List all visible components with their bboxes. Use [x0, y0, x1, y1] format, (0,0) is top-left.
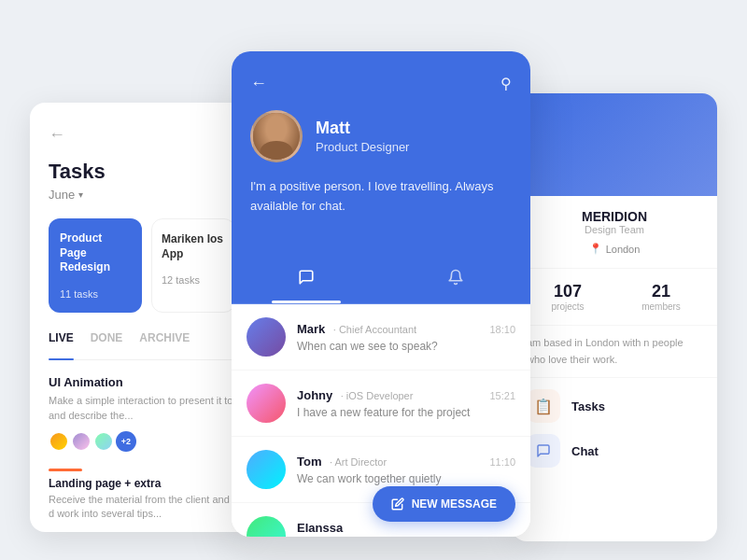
tasks-month-selector[interactable]: June ▾ — [49, 188, 235, 202]
message-body: Mark · Chief Accountant 18:10 When can w… — [297, 320, 515, 353]
tab-live[interactable]: LIVE — [49, 331, 74, 350]
stat-label: members — [620, 301, 702, 312]
meridion-stat-projects: 107 projects — [527, 282, 609, 312]
stat-number: 21 — [620, 282, 702, 301]
new-message-button[interactable]: NEW MESSAGE — [373, 486, 515, 522]
message-text: We can work together quietly — [297, 472, 515, 485]
message-time: 15:21 — [489, 390, 515, 401]
tab-done[interactable]: DONE — [91, 331, 123, 350]
stat-number: 107 — [527, 282, 609, 301]
chat-tab-messages[interactable] — [272, 261, 341, 303]
avatar — [49, 431, 69, 452]
meridion-card: MERIDION Design Team 📍 London 107 projec… — [512, 93, 717, 541]
chat-action-tabs — [232, 246, 530, 304]
tasks-month-label: June — [49, 188, 75, 202]
meridion-stat-members: 21 members — [620, 282, 702, 312]
message-sender: Elanssa — [297, 521, 343, 535]
chat-header: ← ⚲ Matt Product Designer I'm a positive… — [232, 51, 530, 246]
chat-back-button[interactable]: ← — [250, 74, 267, 93]
meridion-description: am based in London with n people who lov… — [512, 326, 717, 378]
meridion-location: 📍 London — [527, 243, 702, 255]
task-card-count: 12 tasks — [162, 274, 225, 286]
meridion-team: Design Team — [527, 224, 702, 235]
task-cards-row: Product Page Redesign 11 tasks Mariken I… — [49, 218, 235, 313]
profile-bio: I'm a positive person. I love travelling… — [250, 177, 512, 217]
message-body: Johny · iOS Developer 15:21 I have a new… — [297, 386, 515, 419]
chat-tab-notifications[interactable] — [421, 261, 490, 303]
chat-profile-row: Matt Product Designer — [250, 110, 512, 162]
tasks-tab-bar: LIVE DONE ARCHIVE — [49, 331, 235, 360]
task-item-title: UI Animation — [49, 375, 235, 389]
avatar — [247, 384, 286, 423]
profile-role: Product Designer — [316, 140, 409, 154]
avatar — [247, 317, 286, 357]
task-card-mariken[interactable]: Mariken Ios App 12 tasks — [151, 218, 235, 313]
meridion-banner — [512, 93, 717, 196]
task-item-landing[interactable]: Landing page + extra Receive the materia… — [49, 469, 235, 522]
message-item[interactable]: Mark · Chief Accountant 18:10 When can w… — [232, 304, 530, 371]
tasks-title: Tasks — [49, 160, 235, 184]
profile-name: Matt — [316, 119, 409, 138]
message-header: Mark · Chief Accountant 18:10 — [297, 320, 515, 337]
task-item-animation[interactable]: UI Animation Make a simple interaction t… — [49, 375, 235, 452]
location-pin-icon: 📍 — [589, 243, 602, 255]
meridion-name: MERIDION — [527, 209, 702, 224]
stat-label: projects — [527, 301, 609, 312]
task-progress-bar — [49, 469, 82, 471]
task-card-label: Mariken Ios App — [162, 232, 225, 261]
task-item-desc: Receive the material from the client and… — [49, 493, 235, 522]
message-text: When can we see to speak? — [297, 340, 515, 353]
search-icon[interactable]: ⚲ — [500, 75, 512, 92]
tasks-back-button[interactable]: ← — [49, 125, 235, 145]
chat-card: ← ⚲ Matt Product Designer I'm a positive… — [232, 51, 530, 537]
message-sender: Johny — [297, 388, 332, 402]
tasks-action-label: Tasks — [571, 399, 605, 413]
message-time: 11:10 — [489, 456, 515, 468]
tasks-card: ← Tasks June ▾ Product Page Redesign 11 … — [30, 103, 254, 532]
task-item-title: Landing page + extra — [49, 477, 235, 490]
chat-header-nav: ← ⚲ — [250, 74, 512, 93]
tab-archive[interactable]: ARCHIVE — [139, 331, 190, 350]
message-header: Johny · iOS Developer 15:21 — [297, 386, 515, 403]
message-role: · Chief Accountant — [333, 324, 416, 335]
meridion-chat-action[interactable]: Chat — [527, 434, 702, 468]
avatar — [250, 110, 303, 162]
message-header: Tom · Art Director 11:10 — [297, 453, 515, 469]
meridion-actions: 📋 Tasks Chat — [512, 378, 717, 479]
message-body: Tom · Art Director 11:10 We can work tog… — [297, 453, 515, 485]
chevron-down-icon: ▾ — [78, 189, 83, 200]
avatar — [247, 516, 286, 537]
new-message-label: NEW MESSAGE — [412, 497, 497, 511]
chat-profile-info: Matt Product Designer — [316, 119, 409, 154]
task-card-label: Product Page Redesign — [60, 231, 131, 275]
message-time: 18:10 — [489, 324, 515, 335]
task-item-desc: Make a simple interaction to present it … — [49, 393, 235, 424]
chat-icon — [527, 434, 560, 468]
task-count-badge: +2 — [116, 431, 136, 452]
message-sender: Tom — [297, 455, 321, 469]
avatar — [71, 431, 92, 452]
meridion-info: MERIDION Design Team 📍 London — [512, 196, 717, 269]
task-card-product[interactable]: Product Page Redesign 11 tasks — [49, 218, 142, 313]
task-avatars: +2 — [49, 431, 235, 452]
message-sender: Mark — [297, 322, 325, 336]
meridion-tasks-action[interactable]: 📋 Tasks — [527, 389, 702, 423]
task-card-count: 11 tasks — [60, 288, 131, 300]
message-item[interactable]: Johny · iOS Developer 15:21 I have a new… — [232, 371, 530, 437]
location-text: London — [606, 244, 641, 255]
message-role: · iOS Developer — [341, 390, 414, 401]
avatar — [247, 450, 286, 489]
meridion-stats: 107 projects 21 members — [512, 269, 717, 326]
avatar — [93, 431, 114, 452]
tasks-icon: 📋 — [527, 389, 560, 423]
message-text: I have a new feature for the project — [297, 406, 515, 419]
message-role: · Art Director — [330, 456, 387, 468]
chat-action-label: Chat — [571, 444, 599, 458]
